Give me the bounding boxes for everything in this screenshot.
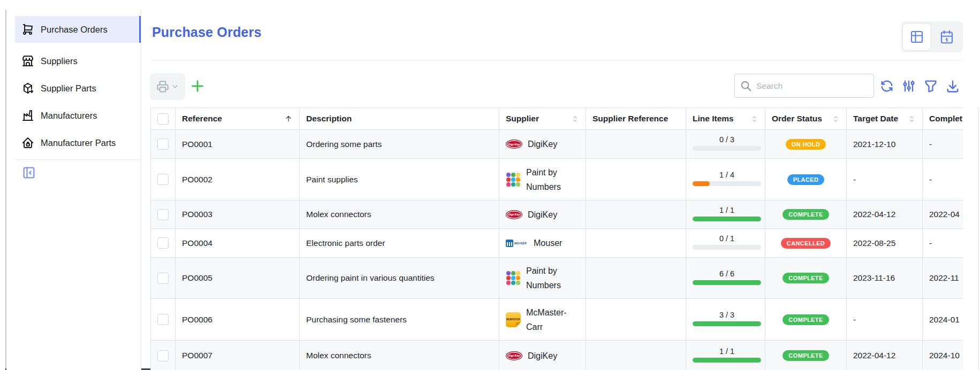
target-date-value: 2022-04-12 [853,210,895,219]
supplier-reference-cell [586,130,686,159]
sidebar-item-manufacturers[interactable]: Manufacturers [15,106,141,125]
selector-icon [907,114,916,123]
print-button[interactable] [150,73,185,100]
progress-bar [693,181,761,186]
adjustments-button[interactable] [901,79,916,94]
completion-date-cell: - [923,130,963,159]
supplier-cell: MOUSERMouser [499,229,586,258]
sidebar-collapse-icon[interactable] [21,165,36,180]
order-status-cell: PLACED [765,159,847,201]
supplier-name: DigiKey [528,207,557,222]
row-checkbox[interactable] [157,237,169,249]
row-checkbox[interactable] [157,273,169,284]
table-row[interactable]: PO0007Molex connectorsDigi-KeyDigiKey1 /… [151,341,963,370]
column-header-supplier[interactable]: Supplier [499,108,586,130]
description-cell: Molex connectors [300,201,499,229]
select-cell [151,159,176,201]
column-label: Supplier [506,114,539,124]
sidebar-item-manufacturer-parts[interactable]: Manufacturer Parts [15,134,141,152]
column-header-description[interactable]: Description [300,108,499,130]
description-cell: Paint supplies [300,159,499,201]
column-header-select [151,108,176,130]
completion-date-value: - [929,140,932,149]
line-items-cell: 1 / 1 [686,341,765,370]
header-checkbox[interactable] [157,113,169,125]
target-date-value: - [853,315,856,324]
line-items-cell: 0 / 1 [686,229,765,258]
line-items-count: 1 / 4 [693,171,761,179]
sidebar-item-purchase-orders[interactable]: Purchase Orders [15,16,141,43]
sidebar-item-suppliers[interactable]: Suppliers [15,52,141,70]
column-header-target_date[interactable]: Target Date [847,108,923,130]
completion-date-value: 2022-04 [929,210,960,219]
supplier-name: DigiKey [528,137,557,151]
column-header-line_items[interactable]: Line Items [686,108,765,130]
filter-button[interactable] [923,79,938,94]
view-toggle [901,21,963,52]
order-status-cell: COMPLETE [765,299,847,341]
select-cell [151,258,176,299]
progress-bar [693,245,761,250]
table-row[interactable]: PO0005Ordering paint in various quantiti… [151,258,963,299]
progress-fill [693,280,761,285]
reference-value: PO0005 [182,273,212,282]
building-factory-icon [21,109,34,122]
completion-date-cell: - [923,229,963,258]
progress-fill [693,321,761,326]
column-header-order_status[interactable]: Order Status [765,108,847,130]
search-input[interactable] [756,81,868,91]
column-header-completion_date[interactable]: Completion Date [923,108,963,130]
table-row[interactable]: PO0003Molex connectorsDigi-KeyDigiKey1 /… [151,201,963,229]
table-scroll-edge[interactable] [978,107,979,370]
line-items-count: 3 / 3 [693,311,761,319]
supplier-reference-cell [586,258,686,299]
completion-date-cell: - [923,159,963,201]
refresh-button[interactable] [879,79,894,94]
purchase-orders-table: ReferenceDescriptionSupplierSupplier Ref… [150,107,963,370]
order-status-cell: CANCELLED [765,229,847,258]
supplier-reference-cell [586,341,686,370]
column-header-reference[interactable]: Reference [176,108,300,130]
table-row[interactable]: PO0006Purchasing some fastenersMcMASTERM… [151,299,963,341]
target-date-value: 2022-04-12 [853,351,895,360]
table-row[interactable]: PO0002Paint suppliesPaint by Numbers1 / … [151,159,963,201]
sidebar-item-label: Suppliers [41,56,78,66]
progress-fill [693,358,761,363]
row-checkbox[interactable] [157,314,169,325]
reference-value: PO0003 [182,210,212,219]
sidebar-item-supplier-parts[interactable]: Supplier Parts [15,79,141,97]
sidebar-item-label: Manufacturers [41,111,97,121]
description-cell: Molex connectors [300,341,499,370]
sidebar-divider [15,159,141,160]
row-checkbox[interactable] [157,174,169,185]
target-date-cell: 2021-12-10 [847,130,923,159]
download-button[interactable] [945,79,960,94]
completion-date-value: 2022-11 [929,273,959,282]
supplier-name: Paint by Numbers [526,165,579,194]
mcmaster-carr-logo: McMASTER [506,312,521,327]
table-row[interactable]: PO0004Electronic parts orderMOUSERMouser… [151,229,963,258]
target-date-cell: 2022-04-12 [847,201,923,229]
row-checkbox[interactable] [157,138,169,150]
selector-icon [750,114,758,123]
selector-icon [831,114,840,123]
description-value: Molex connectors [306,351,371,360]
digikey-logo: Digi-Key [506,210,522,219]
completion-date-cell: 2022-11 [923,258,963,299]
selector-icon [571,114,579,123]
column-label: Target Date [853,114,898,124]
line-items-count: 0 / 3 [693,135,761,144]
table-row[interactable]: PO0001Ordering some partsDigi-KeyDigiKey… [151,130,963,159]
table-view-button[interactable] [902,23,931,51]
row-checkbox[interactable] [157,209,169,220]
progress-fill [693,181,710,186]
completion-date-value: 2024-10 [929,351,960,360]
arrow-up-icon [284,114,293,123]
column-header-supplier_reference[interactable]: Supplier Reference [586,108,686,130]
description-cell: Ordering some parts [300,130,499,159]
add-order-button[interactable] [188,77,207,95]
supplier-cell: Digi-KeyDigiKey [499,341,586,370]
row-checkbox[interactable] [157,350,169,361]
calendar-view-button[interactable] [932,23,961,51]
target-date-cell: 2022-08-25 [847,229,923,258]
